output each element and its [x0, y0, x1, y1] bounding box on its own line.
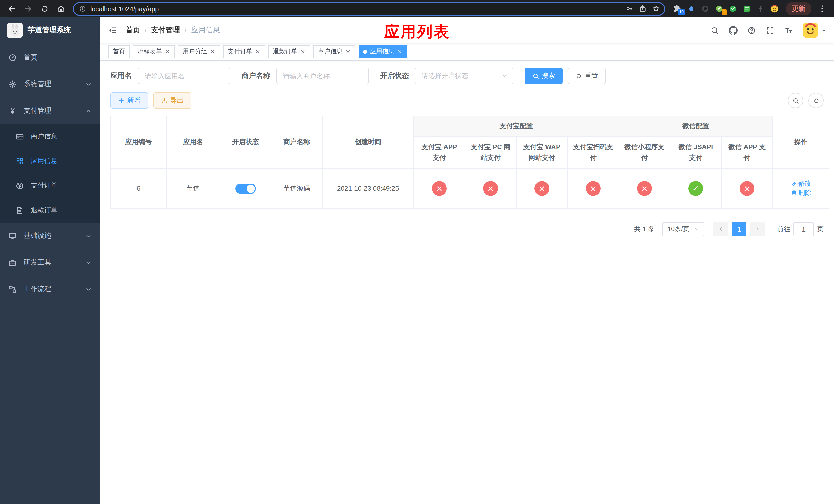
- close-icon[interactable]: [300, 49, 306, 54]
- prev-page-button[interactable]: [714, 222, 728, 236]
- refresh-table-button[interactable]: [808, 93, 824, 108]
- tab-home[interactable]: 首页: [108, 45, 130, 58]
- app-name-input[interactable]: [138, 68, 230, 84]
- url-text: localhost:1024/pay/app: [90, 5, 619, 13]
- breadcrumb: 首页 / 支付管理 / 应用信息: [126, 26, 220, 35]
- font-size-icon[interactable]: [780, 22, 796, 39]
- app-list-page: 应用名 商户名称 开启状态 请选择开启状态 搜索 重置: [100, 61, 834, 236]
- address-bar[interactable]: localhost:1024/pay/app: [73, 2, 665, 16]
- bookmark-star-icon[interactable]: [650, 3, 662, 15]
- col-alipay-qr: 支付宝扫码支付: [568, 137, 619, 168]
- tags-view: 首页 流程表单 用户分组 支付订单 退款订单 商户信息: [100, 43, 834, 61]
- alipay-wap-pay-status-icon: [534, 181, 549, 196]
- close-icon[interactable]: [345, 49, 351, 54]
- chevron-down-icon: [85, 286, 92, 293]
- add-button[interactable]: 新增: [110, 92, 148, 109]
- navbar-actions: [706, 22, 827, 39]
- status-switch[interactable]: [235, 183, 256, 193]
- delete-link[interactable]: 删除: [791, 188, 811, 197]
- top-navbar: 首页 / 支付管理 / 应用信息: [100, 18, 834, 43]
- goto-page-input[interactable]: [793, 222, 814, 236]
- extension-dark-circle-icon[interactable]: [700, 4, 710, 14]
- caret-down-icon: [821, 27, 827, 33]
- avatar: [803, 23, 818, 38]
- close-icon[interactable]: [255, 49, 261, 54]
- yen-icon: [8, 107, 17, 115]
- sidebar-menu: 首页 系统管理 支付管理 商户信息 应用信息: [0, 43, 100, 302]
- browser-home-button[interactable]: [53, 1, 69, 17]
- search-button[interactable]: 搜索: [525, 68, 563, 84]
- tab-user-group[interactable]: 用户分组: [178, 45, 220, 58]
- plus-icon: [118, 97, 125, 104]
- workflow-icon: [8, 285, 17, 294]
- browser-reload-button[interactable]: [37, 1, 52, 17]
- github-icon[interactable]: [725, 22, 741, 39]
- close-icon[interactable]: [397, 49, 403, 54]
- extensions-count-badge: 10: [678, 9, 685, 15]
- app-logo[interactable]: 芋道管理系统: [0, 18, 100, 43]
- pagination: 共 1 条 10条/页 1 前往 页: [110, 222, 824, 236]
- browser-chrome: localhost:1024/pay/app 10 1: [0, 0, 834, 18]
- header-search-icon[interactable]: [706, 22, 723, 39]
- user-avatar-menu[interactable]: [798, 23, 827, 38]
- sidebar-item-dev-tools[interactable]: 研发工具: [0, 249, 100, 276]
- browser-back-button[interactable]: [4, 1, 20, 17]
- col-app-id: 应用编号: [111, 116, 167, 168]
- search-form: 应用名 商户名称 开启状态 请选择开启状态 搜索 重置: [110, 68, 824, 84]
- browser-forward-button[interactable]: [21, 1, 36, 17]
- wechat-jsapi-pay-status-icon: [688, 181, 703, 196]
- tab-app-info[interactable]: 应用信息: [358, 45, 407, 58]
- sidebar-item-payment[interactable]: 支付管理: [0, 97, 100, 124]
- profile-avatar-icon[interactable]: [769, 4, 780, 14]
- sidebar-item-pay-orders[interactable]: 支付订单: [0, 173, 100, 198]
- reset-button[interactable]: 重置: [568, 68, 606, 84]
- page-size-select[interactable]: 10条/页: [662, 222, 704, 236]
- next-page-button[interactable]: [750, 222, 765, 236]
- sidebar-item-infrastructure[interactable]: 基础设施: [0, 223, 100, 249]
- breadcrumb-current: 应用信息: [191, 26, 220, 35]
- extension-pin-icon[interactable]: [755, 4, 766, 14]
- merchant-name-input[interactable]: [277, 68, 369, 84]
- export-button[interactable]: 导出: [153, 92, 191, 109]
- site-info-icon[interactable]: [79, 5, 86, 12]
- col-wechat-app: 微信 APP 支付: [721, 137, 773, 168]
- sidebar-item-app-info[interactable]: 应用信息: [0, 149, 100, 173]
- tab-refund-orders[interactable]: 退款订单: [268, 45, 310, 58]
- edit-link[interactable]: 修改: [791, 180, 811, 188]
- extensions-puzzle-icon[interactable]: 10: [673, 4, 683, 14]
- tab-process-form[interactable]: 流程表单: [133, 45, 175, 58]
- col-app-name: 应用名: [167, 116, 220, 168]
- browser-update-button[interactable]: 更新: [786, 2, 811, 15]
- browser-menu-icon[interactable]: [814, 1, 830, 17]
- sidebar-item-refund-orders[interactable]: 退款订单: [0, 198, 100, 223]
- password-key-icon[interactable]: [623, 3, 636, 15]
- help-question-icon[interactable]: [743, 22, 760, 39]
- chevron-down-icon: [694, 226, 700, 232]
- sidebar-item-workflow[interactable]: 工作流程: [0, 276, 100, 302]
- extension-chat-icon[interactable]: [742, 4, 752, 14]
- extension-green-leaf-icon[interactable]: 1: [714, 4, 724, 14]
- breadcrumb-payment[interactable]: 支付管理: [151, 26, 180, 35]
- page-1-button[interactable]: 1: [732, 222, 746, 236]
- sidebar-item-system[interactable]: 系统管理: [0, 71, 100, 97]
- chevron-down-icon: [85, 81, 92, 87]
- sidebar: 芋道管理系统 首页 系统管理 支付管理 商户信息: [0, 18, 100, 504]
- sidebar-toggle-icon[interactable]: [100, 18, 126, 43]
- merchant-name-label: 商户名称: [242, 71, 270, 81]
- tab-pay-orders[interactable]: 支付订单: [223, 45, 265, 58]
- breadcrumb-home[interactable]: 首页: [126, 26, 140, 35]
- sidebar-item-merchant-info[interactable]: 商户信息: [0, 124, 100, 149]
- alipay-qr-pay-status-icon: [586, 181, 601, 196]
- share-icon[interactable]: [637, 3, 649, 15]
- extension-check-circle-icon[interactable]: [728, 4, 738, 14]
- close-icon[interactable]: [210, 49, 215, 54]
- tab-merchant-info[interactable]: 商户信息: [313, 45, 355, 58]
- app-name-label: 应用名: [110, 71, 132, 81]
- extension-blue-drop-icon[interactable]: [686, 4, 697, 14]
- fullscreen-icon[interactable]: [762, 22, 778, 39]
- close-icon[interactable]: [164, 49, 170, 54]
- cell-merchant: 芋道源码: [271, 168, 322, 208]
- sidebar-item-home[interactable]: 首页: [0, 44, 100, 71]
- status-select[interactable]: 请选择开启状态: [415, 68, 513, 84]
- toggle-search-button[interactable]: [788, 93, 803, 108]
